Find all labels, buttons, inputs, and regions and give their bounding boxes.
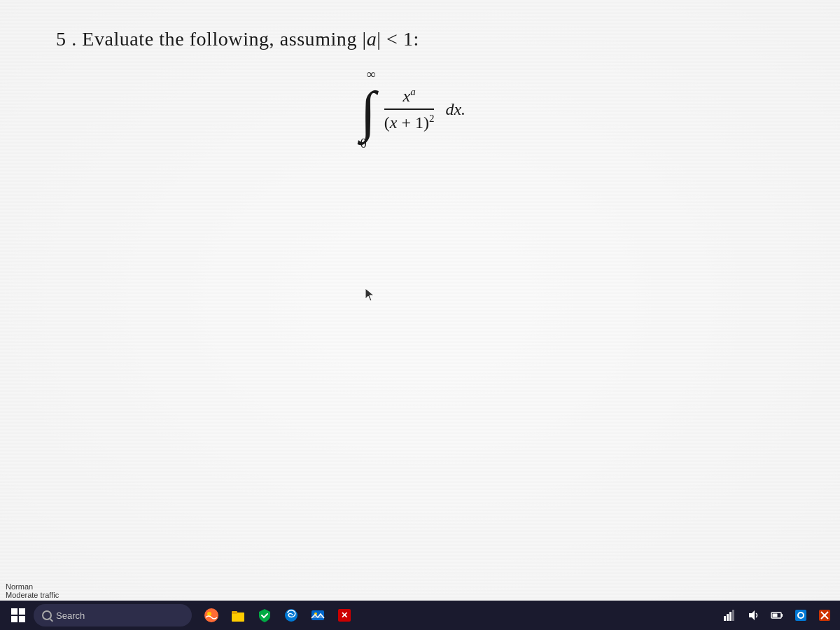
problem-title: 5 . Evaluate the following, assuming |a|… bbox=[56, 28, 812, 50]
integrand-fraction: xa (x + 1)2 bbox=[384, 86, 435, 132]
integral-symbol: ∫ bbox=[360, 83, 376, 139]
svg-rect-12 bbox=[732, 610, 734, 621]
taskbar: Search bbox=[0, 601, 840, 630]
search-bar[interactable]: Search bbox=[34, 604, 192, 626]
upper-limit: ∞ bbox=[367, 67, 376, 82]
svg-point-1 bbox=[207, 612, 211, 616]
differential: dx. bbox=[445, 100, 465, 119]
photos-icon[interactable] bbox=[307, 604, 329, 626]
problem-text: . Evaluate the following, assuming |a| <… bbox=[71, 28, 419, 50]
system-tray bbox=[720, 606, 834, 625]
speaker-icon[interactable] bbox=[743, 606, 763, 625]
integral-expression: ∞ ∫ 0 xa (x + 1)2 dx. bbox=[360, 67, 465, 151]
svg-rect-10 bbox=[727, 614, 729, 621]
svg-point-19 bbox=[799, 613, 803, 617]
status-name: Norman bbox=[6, 582, 59, 591]
notification-icon[interactable]: ✕ bbox=[333, 604, 356, 626]
msn-weather-icon[interactable] bbox=[200, 604, 223, 626]
svg-rect-16 bbox=[773, 614, 778, 617]
windows-icon bbox=[11, 608, 25, 622]
svg-point-4 bbox=[285, 609, 298, 622]
search-icon bbox=[42, 610, 52, 620]
svg-rect-9 bbox=[724, 616, 726, 621]
security-icon[interactable] bbox=[253, 604, 276, 626]
numerator: xa bbox=[403, 86, 416, 108]
edge-browser-icon[interactable] bbox=[280, 604, 302, 626]
network-icon[interactable] bbox=[720, 606, 739, 625]
math-display: ∞ ∫ 0 xa (x + 1)2 dx. bbox=[56, 67, 770, 151]
windows-security-tray-icon[interactable] bbox=[791, 606, 811, 625]
search-label: Search bbox=[56, 610, 85, 621]
taskbar-app-icons: ✕ bbox=[200, 604, 356, 626]
status-info: Norman Moderate traffic bbox=[6, 582, 59, 599]
problem-container: 5 . Evaluate the following, assuming |a|… bbox=[56, 28, 812, 151]
file-explorer-icon[interactable] bbox=[227, 604, 249, 626]
main-content: 5 . Evaluate the following, assuming |a|… bbox=[0, 0, 840, 601]
close-tray-icon[interactable] bbox=[815, 606, 834, 625]
svg-point-0 bbox=[204, 608, 218, 622]
svg-rect-11 bbox=[729, 612, 732, 621]
battery-icon[interactable] bbox=[767, 606, 787, 625]
svg-marker-13 bbox=[749, 610, 755, 620]
svg-text:✕: ✕ bbox=[341, 610, 348, 620]
denominator: (x + 1)2 bbox=[384, 110, 435, 132]
start-button[interactable] bbox=[6, 603, 31, 628]
lower-limit: 0 bbox=[360, 136, 367, 151]
svg-rect-3 bbox=[232, 611, 237, 614]
status-traffic: Moderate traffic bbox=[6, 591, 59, 599]
problem-number: 5 bbox=[56, 28, 66, 50]
svg-rect-15 bbox=[781, 614, 783, 617]
